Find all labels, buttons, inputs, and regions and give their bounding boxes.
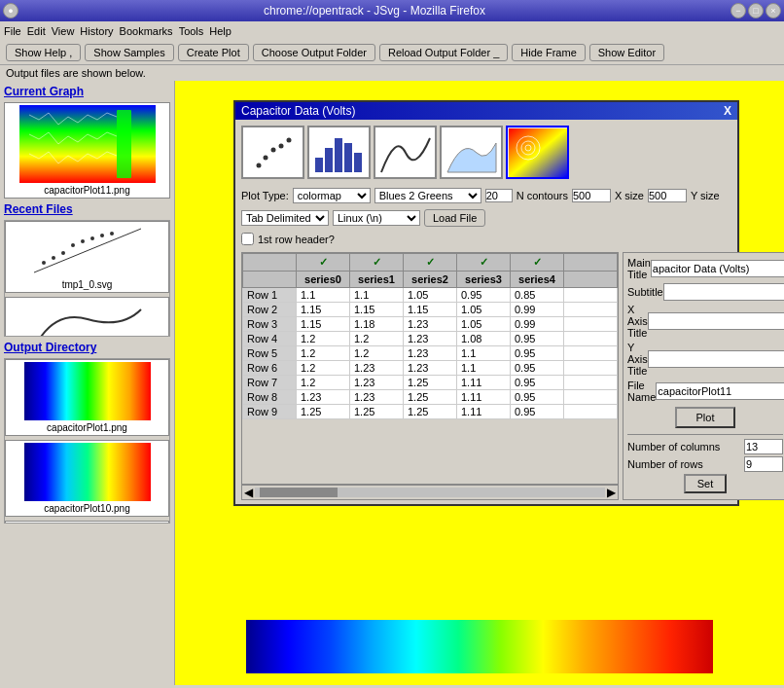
hide-frame-btn[interactable]: Hide Frame (512, 44, 585, 61)
titlebar-left-icons[interactable]: ● (3, 3, 18, 18)
menu-bookmarks[interactable]: Bookmarks (120, 25, 173, 37)
cell-6-2[interactable]: 1.25 (404, 376, 457, 390)
cell-2-0[interactable]: 1.15 (297, 317, 350, 332)
scroll-left-btn[interactable]: ◀ (242, 486, 255, 499)
output-dir-scroll[interactable]: capacitorPlot1.png capacitorPlot10.png c… (4, 358, 170, 524)
cell-7-2[interactable]: 1.25 (404, 390, 457, 405)
row-header-checkbox[interactable] (241, 233, 254, 245)
current-graph-thumbnail[interactable]: capacitorPlot11.png (4, 102, 170, 199)
th-series1[interactable]: series1 (350, 272, 404, 288)
cell-7-4[interactable]: 0.95 (511, 390, 564, 405)
plot-type-select[interactable]: colormap (293, 188, 371, 203)
cell-2-2[interactable]: 1.23 (404, 317, 457, 332)
show-editor-btn[interactable]: Show Editor (589, 44, 664, 61)
cell-1-2[interactable]: 1.15 (404, 303, 457, 317)
cell-3-2[interactable]: 1.23 (404, 332, 457, 346)
th-series0[interactable]: series0 (297, 272, 350, 288)
file-name-input[interactable] (656, 382, 784, 400)
cell-3-3[interactable]: 1.08 (457, 332, 511, 346)
scroll-right-btn[interactable]: ▶ (605, 486, 618, 499)
cell-4-4[interactable]: 0.95 (511, 346, 564, 361)
cell-2-1[interactable]: 1.18 (350, 317, 404, 332)
cell-7-3[interactable]: 1.11 (457, 390, 511, 405)
x-size-input[interactable] (572, 189, 611, 202)
line-end-select[interactable]: Linux (\n) (333, 210, 420, 226)
output-dir-title[interactable]: Output Directory (4, 341, 170, 354)
recent-files-scroll[interactable]: tmp1_0.svg tmp0_0.svg (4, 220, 170, 337)
x-axis-input[interactable] (648, 312, 784, 330)
cell-7-1[interactable]: 1.23 (350, 390, 404, 405)
menu-view[interactable]: View (52, 25, 75, 37)
cell-6-4[interactable]: 0.95 (511, 376, 564, 390)
current-graph-title[interactable]: Current Graph (4, 85, 170, 98)
recent-file-0[interactable]: tmp1_0.svg (5, 221, 169, 293)
plot-type-scatter[interactable] (241, 126, 304, 179)
cell-1-0[interactable]: 1.15 (297, 303, 350, 317)
menu-history[interactable]: History (80, 25, 113, 37)
menu-help[interactable]: Help (209, 25, 232, 37)
delimiter-select[interactable]: Tab Delimited (241, 210, 329, 226)
cell-1-1[interactable]: 1.15 (350, 303, 404, 317)
cell-4-2[interactable]: 1.23 (404, 346, 457, 361)
cell-4-1[interactable]: 1.2 (350, 346, 404, 361)
cell-3-1[interactable]: 1.2 (350, 332, 404, 346)
n-contours-input[interactable] (485, 189, 513, 202)
close-btn[interactable]: × (766, 3, 781, 18)
main-title-input[interactable] (651, 260, 784, 277)
recent-files-title[interactable]: Recent Files (4, 202, 170, 216)
maximize-btn[interactable]: □ (748, 3, 764, 18)
create-plot-btn[interactable]: Create Plot (178, 44, 249, 61)
data-table-container[interactable]: ✓ ✓ ✓ ✓ ✓ series0 se (241, 252, 619, 485)
hscroll-track[interactable] (255, 488, 605, 497)
th-series2[interactable]: series2 (404, 272, 457, 288)
colormap-select[interactable]: Blues 2 Greens (374, 188, 481, 203)
recent-file-1[interactable]: tmp0_0.svg (5, 297, 169, 337)
cell-2-3[interactable]: 1.05 (457, 317, 511, 332)
cell-3-4[interactable]: 0.95 (511, 332, 564, 346)
cell-0-3[interactable]: 0.95 (457, 288, 511, 303)
plot-dialog-close-btn[interactable]: X (724, 104, 731, 118)
cell-8-3[interactable]: 1.11 (457, 405, 511, 419)
cell-8-4[interactable]: 0.95 (511, 405, 564, 419)
choose-output-btn[interactable]: Choose Output Folder (253, 44, 375, 61)
th-series4[interactable]: series4 (511, 272, 564, 288)
y-axis-input[interactable] (648, 350, 784, 368)
cell-8-1[interactable]: 1.25 (350, 405, 404, 419)
subtitle-input[interactable] (663, 283, 784, 301)
set-btn[interactable]: Set (684, 474, 728, 493)
plot-btn[interactable]: Plot (675, 407, 736, 428)
cell-0-0[interactable]: 1.1 (297, 288, 350, 303)
num-columns-input[interactable] (744, 439, 783, 454)
plot-type-contour[interactable] (506, 126, 569, 179)
menu-tools[interactable]: Tools (179, 25, 204, 37)
cell-7-0[interactable]: 1.23 (297, 390, 350, 405)
show-samples-btn[interactable]: Show Samples (85, 44, 173, 61)
cell-1-4[interactable]: 0.99 (511, 303, 564, 317)
cell-5-3[interactable]: 1.1 (457, 361, 511, 376)
plot-type-bar[interactable] (307, 126, 371, 179)
menu-edit[interactable]: Edit (27, 25, 46, 37)
cell-1-3[interactable]: 1.05 (457, 303, 511, 317)
cell-8-2[interactable]: 1.25 (404, 405, 457, 419)
th-series3[interactable]: series3 (457, 272, 511, 288)
hscroll-thumb[interactable] (260, 488, 338, 497)
cell-6-1[interactable]: 1.23 (350, 376, 404, 390)
cell-4-3[interactable]: 1.1 (457, 346, 511, 361)
cell-2-4[interactable]: 0.99 (511, 317, 564, 332)
y-size-input[interactable] (648, 189, 687, 202)
num-rows-input[interactable] (744, 456, 783, 472)
plot-type-area[interactable] (440, 126, 503, 179)
cell-5-4[interactable]: 0.95 (511, 361, 564, 376)
output-file-0[interactable]: capacitorPlot1.png (5, 359, 169, 436)
output-file-2[interactable]: capacitorPlot11.png (5, 521, 169, 524)
cell-4-0[interactable]: 1.2 (297, 346, 350, 361)
cell-0-1[interactable]: 1.1 (350, 288, 404, 303)
table-hscrollbar[interactable]: ◀ ▶ (241, 485, 619, 500)
cell-6-0[interactable]: 1.2 (297, 376, 350, 390)
reload-output-btn[interactable]: Reload Output Folder _ (379, 44, 508, 61)
cell-5-0[interactable]: 1.2 (297, 361, 350, 376)
cell-3-0[interactable]: 1.2 (297, 332, 350, 346)
cell-8-0[interactable]: 1.25 (297, 405, 350, 419)
load-file-btn[interactable]: Load File (424, 209, 485, 227)
cell-5-1[interactable]: 1.23 (350, 361, 404, 376)
